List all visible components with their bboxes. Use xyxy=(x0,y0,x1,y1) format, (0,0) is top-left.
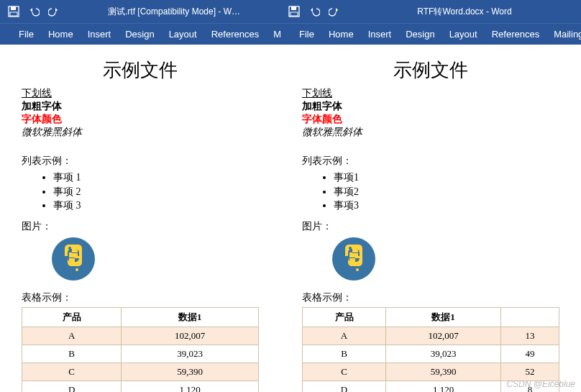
list-item: 事项 2 xyxy=(53,185,259,199)
tab-home[interactable]: Home xyxy=(41,24,81,45)
titlebar-left: 测试.rtf [Compatibility Mode] - W… xyxy=(0,0,280,23)
svg-rect-7 xyxy=(291,6,296,10)
svg-point-11 xyxy=(356,268,359,271)
tab-layout[interactable]: Layout xyxy=(162,24,204,45)
text-bold: 加粗字体 xyxy=(22,100,259,113)
tab-design[interactable]: Design xyxy=(118,24,161,45)
redo-icon[interactable] xyxy=(47,5,60,18)
doc-title: 示例文件 xyxy=(302,58,559,83)
python-logo-icon xyxy=(331,236,559,284)
quick-access-toolbar xyxy=(0,5,68,18)
tab-file[interactable]: File xyxy=(292,24,321,45)
word-window-right: RTF转Word.docx - Word File Home Insert De… xyxy=(280,0,581,392)
ribbon-tabs-left: File Home Insert Design Layout Reference… xyxy=(0,23,280,45)
quick-access-toolbar xyxy=(280,5,348,18)
table-header-row: 产品 数据1 xyxy=(303,307,559,327)
tab-layout[interactable]: Layout xyxy=(442,24,485,45)
svg-point-4 xyxy=(68,247,71,250)
table-header-row: 产品 数据1 xyxy=(22,307,259,327)
list-item: 事项 1 xyxy=(53,170,259,185)
watermark: CSDN @Eiceblue xyxy=(506,379,575,389)
ribbon-tabs-right: File Home Insert Design Layout Reference… xyxy=(280,23,581,45)
tab-mailings-cut[interactable]: M xyxy=(266,24,280,45)
svg-rect-2 xyxy=(10,12,17,16)
th-data1: 数据1 xyxy=(386,307,501,327)
tab-references[interactable]: References xyxy=(485,24,546,45)
table-label: 表格示例： xyxy=(22,291,259,304)
tab-file[interactable]: File xyxy=(12,24,41,45)
redo-icon[interactable] xyxy=(328,5,341,18)
list: 事项 1 事项 2 事项 3 xyxy=(53,170,259,213)
th-product: 产品 xyxy=(22,307,122,327)
text-italic: 微软雅黑斜体 xyxy=(22,126,259,139)
text-colored: 字体颜色 xyxy=(302,113,559,126)
text-underline: 下划线 xyxy=(302,87,559,100)
word-window-left: 测试.rtf [Compatibility Mode] - W… File Ho… xyxy=(0,0,280,392)
text-bold: 加粗字体 xyxy=(302,100,559,113)
th-product: 产品 xyxy=(303,307,386,327)
list: 事项1 事项2 事项3 xyxy=(334,170,559,213)
table-row: B39,02349 xyxy=(303,345,559,363)
svg-point-5 xyxy=(76,268,78,271)
tab-insert[interactable]: Insert xyxy=(361,24,399,45)
image-label: 图片： xyxy=(302,220,559,233)
svg-point-10 xyxy=(349,247,352,250)
undo-icon[interactable] xyxy=(27,5,40,18)
save-icon[interactable] xyxy=(288,5,301,18)
list-header: 列表示例： xyxy=(22,155,259,168)
titlebar-right: RTF转Word.docx - Word xyxy=(280,0,581,23)
table-label: 表格示例： xyxy=(302,291,559,304)
data-table-left: 产品 数据1 A102,007 B39,023 C59,390 D1,120 xyxy=(22,307,259,392)
svg-rect-1 xyxy=(11,6,16,10)
table-row: C59,39052 xyxy=(303,363,559,380)
table-row: D1,120 xyxy=(22,380,259,392)
list-item: 事项3 xyxy=(334,199,559,213)
table-row: C59,390 xyxy=(22,363,259,380)
document-page-left: 示例文件 下划线 加粗字体 字体颜色 微软雅黑斜体 列表示例： 事项 1 事项 … xyxy=(0,45,280,392)
table-row: A102,00713 xyxy=(303,327,559,345)
text-underline: 下划线 xyxy=(22,87,259,100)
tab-home[interactable]: Home xyxy=(321,24,361,45)
tab-references[interactable]: References xyxy=(204,24,266,45)
undo-icon[interactable] xyxy=(308,5,321,18)
text-italic: 微软雅黑斜体 xyxy=(302,126,559,139)
table-row: B39,023 xyxy=(22,345,259,363)
image-label: 图片： xyxy=(22,220,259,233)
save-icon[interactable] xyxy=(7,5,20,18)
list-item: 事项 3 xyxy=(53,199,259,213)
list-item: 事项1 xyxy=(334,170,559,185)
svg-rect-8 xyxy=(290,12,298,16)
python-logo-icon xyxy=(50,236,259,284)
th-data1: 数据1 xyxy=(122,307,259,327)
window-title: RTF转Word.docx - Word xyxy=(348,6,581,18)
tab-mailings[interactable]: Mailings xyxy=(546,24,581,45)
list-item: 事项2 xyxy=(334,185,559,199)
text-colored: 字体颜色 xyxy=(22,113,259,126)
table-row: A102,007 xyxy=(22,327,259,345)
th-data2 xyxy=(501,307,559,327)
list-header: 列表示例： xyxy=(302,155,559,168)
document-page-right: 示例文件 下划线 加粗字体 字体颜色 微软雅黑斜体 列表示例： 事项1 事项2 … xyxy=(280,45,581,392)
tab-insert[interactable]: Insert xyxy=(81,24,119,45)
window-title: 测试.rtf [Compatibility Mode] - W… xyxy=(68,6,280,18)
tab-design[interactable]: Design xyxy=(398,24,442,45)
doc-title: 示例文件 xyxy=(22,58,259,83)
